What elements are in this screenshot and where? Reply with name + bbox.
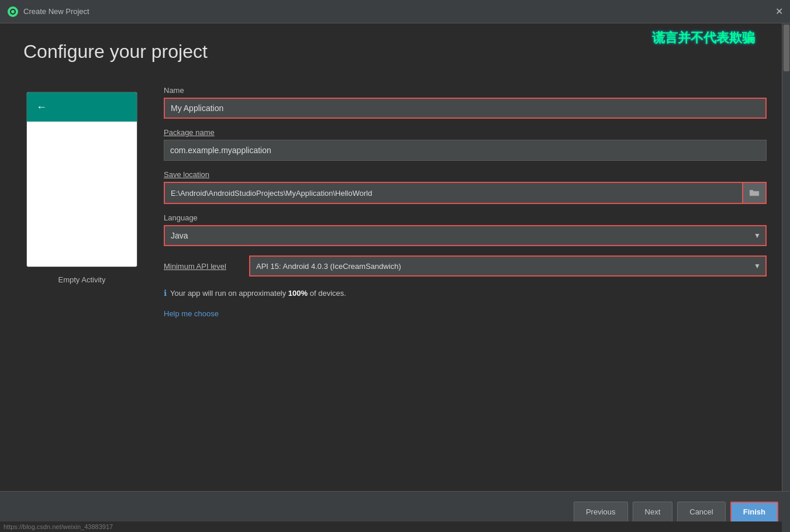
api-level-select[interactable]: API 15: Android 4.0.3 (IceCreamSandwich)… bbox=[249, 255, 767, 277]
close-button[interactable]: ✕ bbox=[775, 7, 783, 16]
svg-point-2 bbox=[11, 10, 15, 13]
language-select[interactable]: Java Kotlin bbox=[164, 225, 767, 246]
save-location-row bbox=[164, 182, 767, 204]
next-button[interactable]: Next bbox=[633, 502, 673, 523]
language-label: Language bbox=[164, 213, 767, 222]
package-label: Package name bbox=[164, 128, 767, 137]
scrollbar[interactable] bbox=[782, 23, 790, 491]
main-content: Configure your project ← Empty Activity … bbox=[0, 23, 790, 532]
name-label: Name bbox=[164, 86, 767, 95]
previous-button[interactable]: Previous bbox=[574, 502, 628, 523]
phone-toolbar: ← bbox=[27, 92, 137, 122]
help-link[interactable]: Help me choose bbox=[164, 309, 767, 318]
language-select-wrapper: Java Kotlin ▼ bbox=[164, 225, 767, 246]
folder-icon bbox=[749, 189, 760, 197]
browse-folder-button[interactable] bbox=[743, 182, 767, 204]
phone-preview: ← bbox=[26, 92, 137, 267]
cancel-button[interactable]: Cancel bbox=[677, 502, 725, 523]
api-level-label: Minimum API level bbox=[164, 262, 240, 271]
body-section: ← Empty Activity Name Package name bbox=[0, 74, 790, 491]
form-panel: Name Package name Save location bbox=[164, 80, 767, 485]
phone-body bbox=[27, 122, 137, 267]
activity-label: Empty Activity bbox=[58, 275, 106, 284]
package-input[interactable] bbox=[164, 140, 767, 161]
left-panel: ← Empty Activity bbox=[23, 80, 140, 485]
scrollbar-thumb[interactable] bbox=[784, 25, 789, 71]
save-location-input[interactable] bbox=[164, 182, 743, 204]
name-group: Name bbox=[164, 86, 767, 119]
info-row: ℹ Your app will run on approximately 100… bbox=[164, 288, 767, 298]
android-studio-icon bbox=[7, 6, 19, 18]
info-text: Your app will run on approximately 100% … bbox=[170, 289, 346, 298]
url-bar: https://blog.csdn.net/weixin_43883917 bbox=[0, 521, 782, 532]
name-input[interactable] bbox=[164, 98, 767, 119]
header-section: Configure your project bbox=[0, 23, 790, 74]
url-text: https://blog.csdn.net/weixin_43883917 bbox=[4, 523, 113, 530]
save-location-label: Save location bbox=[164, 170, 767, 179]
percent-text: 100% bbox=[288, 289, 308, 298]
language-group: Language Java Kotlin ▼ bbox=[164, 213, 767, 246]
info-icon: ℹ bbox=[164, 288, 167, 298]
page-title: Configure your project bbox=[23, 41, 767, 63]
api-select-wrapper: API 15: Android 4.0.3 (IceCreamSandwich)… bbox=[249, 255, 767, 277]
window-title: Create New Project bbox=[23, 7, 89, 16]
back-arrow-icon: ← bbox=[36, 101, 47, 113]
title-bar-left: Create New Project bbox=[7, 6, 89, 18]
finish-button[interactable]: Finish bbox=[730, 502, 778, 523]
title-bar: Create New Project ✕ bbox=[0, 0, 790, 23]
api-level-row: Minimum API level API 15: Android 4.0.3 … bbox=[164, 255, 767, 277]
package-group: Package name bbox=[164, 128, 767, 161]
save-location-group: Save location bbox=[164, 170, 767, 204]
